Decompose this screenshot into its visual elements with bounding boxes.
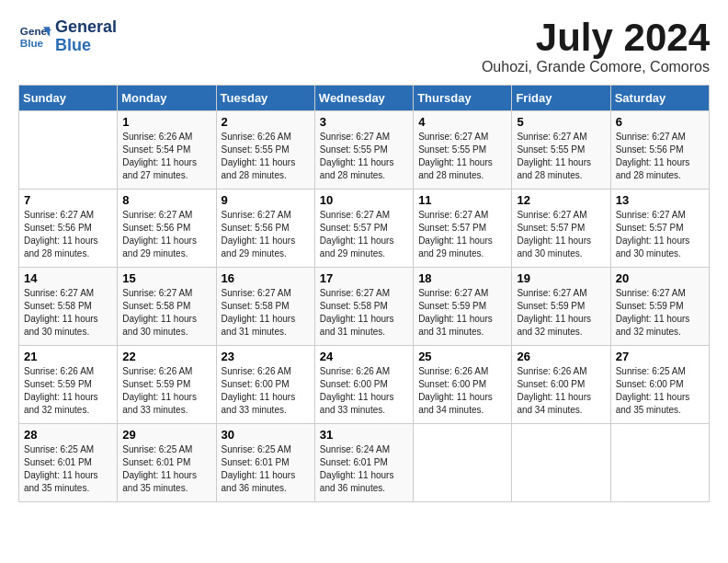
day-number: 9 xyxy=(222,193,310,207)
day-number: 12 xyxy=(517,193,605,207)
calendar-week-row: 7Sunrise: 6:27 AMSunset: 5:56 PMDaylight… xyxy=(19,190,710,268)
calendar-week-row: 14Sunrise: 6:27 AMSunset: 5:58 PMDayligh… xyxy=(19,268,710,346)
day-number: 23 xyxy=(222,350,310,363)
day-number: 28 xyxy=(24,428,112,442)
day-info: Sunrise: 6:26 AMSunset: 6:00 PMDaylight:… xyxy=(418,365,506,417)
day-number: 30 xyxy=(222,428,310,442)
day-info: Sunrise: 6:25 AMSunset: 6:01 PMDaylight:… xyxy=(222,443,310,495)
calendar-day-cell: 23Sunrise: 6:26 AMSunset: 6:00 PMDayligh… xyxy=(216,346,314,424)
calendar-week-row: 28Sunrise: 6:25 AMSunset: 6:01 PMDayligh… xyxy=(19,424,710,502)
weekday-header: Monday xyxy=(118,86,216,111)
day-number: 29 xyxy=(122,428,210,442)
day-info: Sunrise: 6:27 AMSunset: 5:57 PMDaylight:… xyxy=(616,209,704,260)
day-number: 20 xyxy=(616,271,704,285)
day-info: Sunrise: 6:27 AMSunset: 5:58 PMDaylight:… xyxy=(222,287,310,339)
day-info: Sunrise: 6:25 AMSunset: 6:01 PMDaylight:… xyxy=(122,443,210,495)
calendar-day-cell: 20Sunrise: 6:27 AMSunset: 5:59 PMDayligh… xyxy=(610,268,709,346)
day-number: 10 xyxy=(320,193,408,207)
calendar-day-cell xyxy=(414,424,512,502)
day-number: 2 xyxy=(222,115,310,129)
calendar-day-cell: 25Sunrise: 6:26 AMSunset: 6:00 PMDayligh… xyxy=(414,346,512,424)
day-number: 5 xyxy=(517,115,605,129)
calendar-day-cell: 27Sunrise: 6:25 AMSunset: 6:00 PMDayligh… xyxy=(610,346,709,424)
day-info: Sunrise: 6:26 AMSunset: 5:59 PMDaylight:… xyxy=(122,365,210,417)
day-info: Sunrise: 6:26 AMSunset: 5:59 PMDaylight:… xyxy=(24,365,112,417)
day-number: 11 xyxy=(418,193,506,207)
day-info: Sunrise: 6:26 AMSunset: 6:00 PMDaylight:… xyxy=(517,365,605,417)
logo-icon: General Blue xyxy=(18,20,51,53)
day-number: 14 xyxy=(24,271,112,285)
day-number: 24 xyxy=(320,350,408,363)
calendar-day-cell: 29Sunrise: 6:25 AMSunset: 6:01 PMDayligh… xyxy=(118,424,216,502)
calendar-day-cell: 11Sunrise: 6:27 AMSunset: 5:57 PMDayligh… xyxy=(414,190,512,268)
calendar-header-row: SundayMondayTuesdayWednesdayThursdayFrid… xyxy=(19,86,710,111)
day-number: 1 xyxy=(122,115,210,129)
day-info: Sunrise: 6:26 AMSunset: 5:55 PMDaylight:… xyxy=(222,131,310,182)
day-info: Sunrise: 6:27 AMSunset: 5:59 PMDaylight:… xyxy=(616,287,704,339)
calendar-day-cell: 14Sunrise: 6:27 AMSunset: 5:58 PMDayligh… xyxy=(19,268,118,346)
calendar-day-cell xyxy=(610,424,709,502)
day-number: 25 xyxy=(418,350,506,363)
calendar-day-cell: 7Sunrise: 6:27 AMSunset: 5:56 PMDaylight… xyxy=(19,190,118,268)
day-info: Sunrise: 6:27 AMSunset: 5:59 PMDaylight:… xyxy=(517,287,605,339)
day-info: Sunrise: 6:27 AMSunset: 5:56 PMDaylight:… xyxy=(24,209,112,260)
day-number: 19 xyxy=(517,271,605,285)
calendar-day-cell: 5Sunrise: 6:27 AMSunset: 5:55 PMDaylight… xyxy=(512,111,610,190)
day-info: Sunrise: 6:27 AMSunset: 5:56 PMDaylight:… xyxy=(222,209,310,260)
day-info: Sunrise: 6:26 AMSunset: 6:00 PMDaylight:… xyxy=(222,365,310,417)
calendar-day-cell: 28Sunrise: 6:25 AMSunset: 6:01 PMDayligh… xyxy=(19,424,118,502)
day-info: Sunrise: 6:27 AMSunset: 5:59 PMDaylight:… xyxy=(418,287,506,339)
weekday-header: Sunday xyxy=(19,86,118,111)
svg-text:Blue: Blue xyxy=(20,37,44,49)
day-info: Sunrise: 6:27 AMSunset: 5:58 PMDaylight:… xyxy=(320,287,408,339)
day-number: 21 xyxy=(24,350,112,363)
day-info: Sunrise: 6:25 AMSunset: 6:01 PMDaylight:… xyxy=(24,443,112,495)
day-number: 22 xyxy=(122,350,210,363)
day-number: 8 xyxy=(122,193,210,207)
calendar-day-cell: 6Sunrise: 6:27 AMSunset: 5:56 PMDaylight… xyxy=(610,111,709,190)
calendar-day-cell: 15Sunrise: 6:27 AMSunset: 5:58 PMDayligh… xyxy=(118,268,216,346)
logo-text: General Blue xyxy=(55,18,117,55)
day-info: Sunrise: 6:27 AMSunset: 5:55 PMDaylight:… xyxy=(320,131,408,182)
weekday-header: Friday xyxy=(512,86,610,111)
calendar-day-cell: 22Sunrise: 6:26 AMSunset: 5:59 PMDayligh… xyxy=(118,346,216,424)
calendar-day-cell: 12Sunrise: 6:27 AMSunset: 5:57 PMDayligh… xyxy=(512,190,610,268)
calendar-day-cell: 3Sunrise: 6:27 AMSunset: 5:55 PMDaylight… xyxy=(314,111,413,190)
month-title: July 2024 xyxy=(482,18,710,57)
calendar-day-cell: 16Sunrise: 6:27 AMSunset: 5:58 PMDayligh… xyxy=(216,268,314,346)
day-info: Sunrise: 6:27 AMSunset: 5:55 PMDaylight:… xyxy=(517,131,605,182)
weekday-header: Tuesday xyxy=(216,86,314,111)
day-number: 15 xyxy=(122,271,210,285)
day-number: 7 xyxy=(24,193,112,207)
calendar-day-cell: 13Sunrise: 6:27 AMSunset: 5:57 PMDayligh… xyxy=(610,190,709,268)
calendar-day-cell: 1Sunrise: 6:26 AMSunset: 5:54 PMDaylight… xyxy=(118,111,216,190)
day-info: Sunrise: 6:27 AMSunset: 5:55 PMDaylight:… xyxy=(418,131,506,182)
calendar-day-cell: 24Sunrise: 6:26 AMSunset: 6:00 PMDayligh… xyxy=(314,346,413,424)
calendar-day-cell: 18Sunrise: 6:27 AMSunset: 5:59 PMDayligh… xyxy=(414,268,512,346)
day-info: Sunrise: 6:27 AMSunset: 5:58 PMDaylight:… xyxy=(122,287,210,339)
calendar-day-cell: 30Sunrise: 6:25 AMSunset: 6:01 PMDayligh… xyxy=(216,424,314,502)
page-header: General Blue General Blue July 2024 Ouho… xyxy=(18,18,710,75)
calendar-day-cell: 31Sunrise: 6:24 AMSunset: 6:01 PMDayligh… xyxy=(314,424,413,502)
day-number: 13 xyxy=(616,193,704,207)
day-number: 16 xyxy=(222,271,310,285)
weekday-header: Thursday xyxy=(414,86,512,111)
day-number: 27 xyxy=(616,350,704,363)
day-info: Sunrise: 6:24 AMSunset: 6:01 PMDaylight:… xyxy=(320,443,408,495)
day-info: Sunrise: 6:27 AMSunset: 5:57 PMDaylight:… xyxy=(418,209,506,260)
day-info: Sunrise: 6:26 AMSunset: 6:00 PMDaylight:… xyxy=(320,365,408,417)
calendar-day-cell: 4Sunrise: 6:27 AMSunset: 5:55 PMDaylight… xyxy=(414,111,512,190)
day-number: 31 xyxy=(320,428,408,442)
calendar-day-cell: 17Sunrise: 6:27 AMSunset: 5:58 PMDayligh… xyxy=(314,268,413,346)
calendar-day-cell: 26Sunrise: 6:26 AMSunset: 6:00 PMDayligh… xyxy=(512,346,610,424)
location: Ouhozi, Grande Comore, Comoros xyxy=(482,59,710,75)
day-number: 6 xyxy=(616,115,704,129)
logo: General Blue General Blue xyxy=(18,18,117,55)
day-info: Sunrise: 6:25 AMSunset: 6:00 PMDaylight:… xyxy=(616,365,704,417)
day-info: Sunrise: 6:27 AMSunset: 5:56 PMDaylight:… xyxy=(616,131,704,182)
calendar-day-cell xyxy=(512,424,610,502)
day-info: Sunrise: 6:27 AMSunset: 5:56 PMDaylight:… xyxy=(122,209,210,260)
title-block: July 2024 Ouhozi, Grande Comore, Comoros xyxy=(482,18,710,75)
calendar-day-cell: 21Sunrise: 6:26 AMSunset: 5:59 PMDayligh… xyxy=(19,346,118,424)
calendar-week-row: 21Sunrise: 6:26 AMSunset: 5:59 PMDayligh… xyxy=(19,346,710,424)
